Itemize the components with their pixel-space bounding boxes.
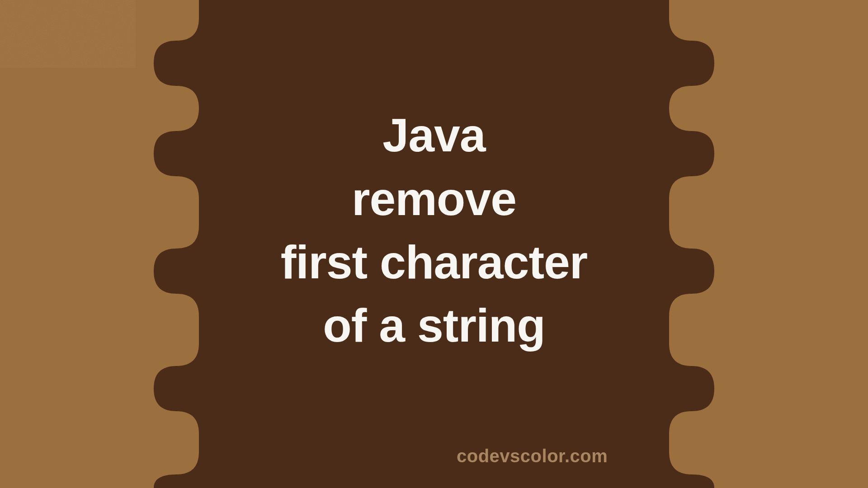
title-line-1: Java: [382, 109, 485, 161]
title-line-3: first character: [281, 236, 588, 288]
content-container: Java remove first character of a string: [0, 0, 868, 488]
watermark-text: codevscolor.com: [457, 446, 608, 466]
title-line-4: of a string: [323, 299, 545, 352]
title-line-2: remove: [352, 173, 516, 225]
page-title: Java remove first character of a string: [281, 103, 588, 357]
